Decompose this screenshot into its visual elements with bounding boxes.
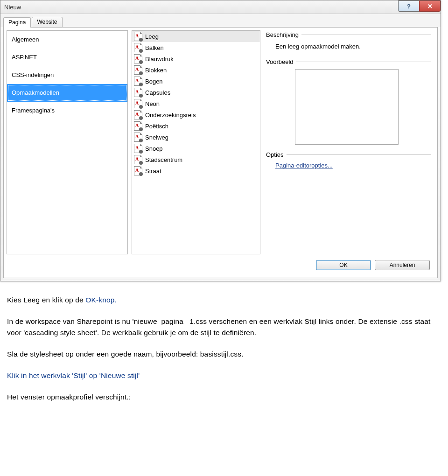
template-item-label: Poëtisch xyxy=(145,123,168,130)
instr-p1: Kies Leeg en klik op de OK-knop. xyxy=(7,294,440,306)
css-file-icon: A xyxy=(134,43,142,52)
cat-opmaakmodellen[interactable]: Opmaakmodellen xyxy=(7,84,127,102)
options-label-text: Opties xyxy=(266,151,284,158)
template-item[interactable]: ABogen xyxy=(132,76,260,87)
titlebar: Nieuw ? ✕ xyxy=(0,0,441,14)
ok-button[interactable]: OK xyxy=(316,260,371,270)
instr-p4: Klik in het werkvlak 'Stijl' op 'Nieuwe … xyxy=(7,370,440,381)
cancel-button[interactable]: Annuleren xyxy=(375,260,430,270)
template-item-label: Stadscentrum xyxy=(145,156,182,163)
instr-p1a: Kies Leeg en klik op de xyxy=(7,296,85,304)
template-item[interactable]: AStraat xyxy=(132,165,260,176)
template-item[interactable]: AStadscentrum xyxy=(132,154,260,165)
help-button[interactable]: ? xyxy=(398,0,420,12)
template-item-label: Snoep xyxy=(145,145,163,152)
template-item[interactable]: ASnelweg xyxy=(132,132,260,143)
instr-p1b: OK-knop. xyxy=(85,296,117,304)
page-editor-options-link[interactable]: Pagina-editoropties... xyxy=(266,159,431,172)
css-file-icon: A xyxy=(134,155,142,164)
description-label: Beschrijving xyxy=(266,31,431,38)
tabpage: Algemeen ASP.NET CSS-indelingen Opmaakmo… xyxy=(3,27,438,278)
template-item-label: Blauwdruk xyxy=(145,56,174,63)
instr-p2: In de workspace van Sharepoint is nu 'ni… xyxy=(7,316,440,338)
instr-p3: Sla de stylesheet op onder een goede naa… xyxy=(7,349,440,360)
options-label: Opties xyxy=(266,151,431,158)
template-item[interactable]: AOnderzoekingsreis xyxy=(132,109,260,120)
cat-algemeen[interactable]: Algemeen xyxy=(7,31,127,49)
instructions: Kies Leeg en klik op de OK-knop. In de w… xyxy=(0,281,448,421)
preview-box xyxy=(295,69,399,145)
template-item[interactable]: APoëtisch xyxy=(132,120,260,132)
template-item-label: Neon xyxy=(145,100,160,107)
css-file-icon: A xyxy=(134,133,142,142)
template-item-label: Onderzoekingsreis xyxy=(145,112,196,119)
template-item[interactable]: ABlauwdruk xyxy=(132,53,260,64)
css-file-icon: A xyxy=(134,88,142,97)
css-file-icon: A xyxy=(134,32,142,41)
cat-framespaginas[interactable]: Framespagina's xyxy=(7,102,127,119)
template-item-label: Balken xyxy=(145,44,164,51)
css-file-icon: A xyxy=(134,77,142,86)
template-item-label: Snelweg xyxy=(145,134,168,141)
css-file-icon: A xyxy=(134,54,142,63)
template-item[interactable]: ACapsules xyxy=(132,87,260,98)
preview-label-text: Voorbeeld xyxy=(266,58,294,65)
template-item[interactable]: ANeon xyxy=(132,98,260,109)
tab-pagina[interactable]: Pagina xyxy=(3,17,31,28)
new-dialog: Nieuw ? ✕ Pagina Website Algemeen ASP.NE… xyxy=(0,0,441,281)
cat-css-indelingen[interactable]: CSS-indelingen xyxy=(7,66,127,84)
template-item[interactable]: ASnoep xyxy=(132,143,260,154)
dialog-title: Nieuw xyxy=(0,4,21,11)
template-item[interactable]: ABlokken xyxy=(132,64,260,76)
description-text: Een leeg opmaakmodel maken. xyxy=(266,39,431,58)
category-list[interactable]: Algemeen ASP.NET CSS-indelingen Opmaakmo… xyxy=(7,30,128,254)
instr-p5: Het venster opmaakprofiel verschijnt.: xyxy=(7,392,440,403)
template-item-label: Blokken xyxy=(145,67,167,74)
css-file-icon: A xyxy=(134,166,142,175)
template-item-label: Leeg xyxy=(145,33,159,40)
template-item-label: Capsules xyxy=(145,89,170,96)
template-item-label: Straat xyxy=(145,168,161,175)
close-button[interactable]: ✕ xyxy=(419,0,441,12)
css-file-icon: A xyxy=(134,121,142,131)
template-item[interactable]: ABalken xyxy=(132,42,260,53)
details-panel: Beschrijving Een leeg opmaakmodel maken.… xyxy=(264,30,434,254)
template-item-label: Bogen xyxy=(145,78,163,85)
css-file-icon: A xyxy=(134,110,142,119)
description-label-text: Beschrijving xyxy=(266,31,299,38)
template-item[interactable]: ALeeg xyxy=(132,31,260,42)
preview-label: Voorbeeld xyxy=(266,58,431,65)
tabstrip: Pagina Website xyxy=(0,14,441,27)
css-file-icon: A xyxy=(134,144,142,153)
css-file-icon: A xyxy=(134,65,142,75)
css-file-icon: A xyxy=(134,99,142,108)
window-buttons: ? ✕ xyxy=(399,0,441,12)
template-list[interactable]: ALeegABalkenABlauwdrukABlokkenABogenACap… xyxy=(132,30,260,254)
cat-aspnet[interactable]: ASP.NET xyxy=(7,49,127,66)
tab-website[interactable]: Website xyxy=(32,17,62,27)
button-bar: OK Annuleren xyxy=(7,254,434,275)
